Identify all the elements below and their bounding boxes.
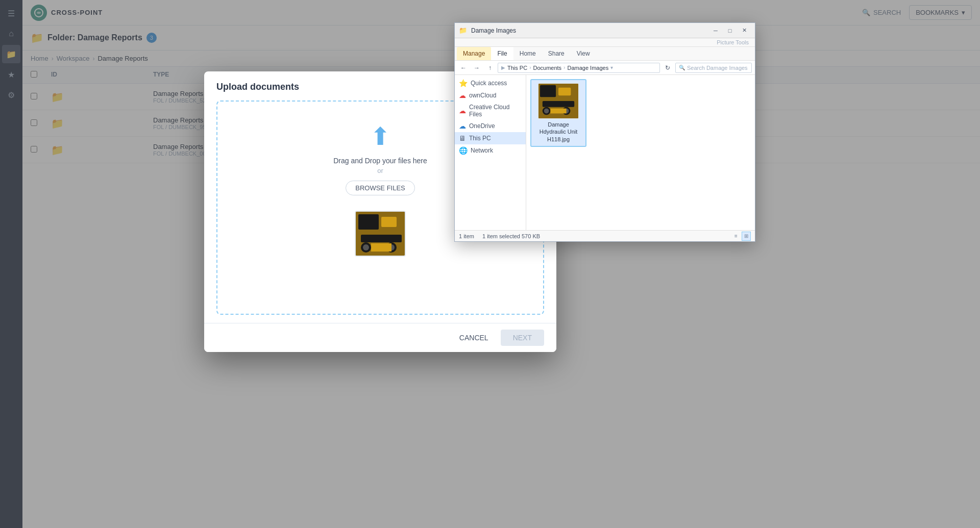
explorer-dialog: 📁 Damage Images ─ □ ✕ Picture Tools Mana… [454,22,755,242]
tab-manage[interactable]: Manage [457,47,491,60]
sidebar-item-label: OneDrive [469,122,495,130]
svg-rect-9 [371,243,391,252]
tab-file[interactable]: File [491,47,513,60]
explorer-titlebar: 📁 Damage Images ─ □ ✕ [455,23,755,38]
svg-rect-18 [550,109,566,114]
onedrive-icon: ☁ [459,122,466,130]
search-input[interactable]: 🔍 Search Damage Images [675,63,752,73]
tab-home[interactable]: Home [513,47,542,60]
upload-icon-container: ⬆ [370,122,390,150]
sidebar-item-creative-cloud[interactable]: ☁ Creative Cloud Files [455,102,526,120]
sidebar-item-label: Quick access [471,80,507,87]
refresh-button[interactable]: ↻ [662,62,673,73]
close-button[interactable]: ✕ [738,26,751,35]
sidebar-item-label: This PC [469,135,491,142]
tab-share[interactable]: Share [542,47,571,60]
svg-rect-12 [558,88,571,96]
sidebar-item-owncloud[interactable]: ☁ ownCloud [455,89,526,102]
item-count: 1 item [459,233,474,239]
tab-view[interactable]: View [571,47,596,60]
picture-tools-label: Picture Tools [717,39,753,45]
file-thumbnail[interactable] [355,211,406,257]
modal-footer: CANCEL NEXT [204,323,556,352]
explorer-file-item[interactable]: Damage Hdydraulic Unit H118.jpg [530,79,586,147]
network-icon: 🌐 [459,146,468,155]
up-button[interactable]: ↑ [484,62,496,73]
file-icon-container [538,83,579,119]
svg-rect-13 [543,101,574,107]
sidebar-item-quick-access[interactable]: ⭐ Quick access [455,77,526,89]
explorer-statusbar: 1 item 1 item selected 570 KB ≡ ⊞ [455,230,755,241]
folder-icon-title: 📁 [459,27,467,34]
drag-drop-text: Drag and Drop your files here [333,157,427,165]
ribbon-tabs: Manage File Home Share View [455,47,755,60]
svg-rect-4 [361,235,402,242]
this-pc-icon: 🖥 [459,134,466,142]
search-icon: 🔍 [679,65,685,70]
sidebar-item-label: Network [471,147,493,154]
path-sep2: › [564,65,565,70]
explorer-title: Damage Images [471,27,709,34]
selected-info: 1 item selected 570 KB [482,233,540,239]
owncloud-icon: ☁ [459,91,466,99]
creative-cloud-icon: ☁ [459,107,466,115]
forward-button[interactable]: → [471,62,482,73]
path-sep1: › [529,65,531,70]
minimize-button[interactable]: ─ [709,26,722,35]
list-view-button[interactable]: ≡ [731,232,741,241]
explorer-body: ⭐ Quick access ☁ ownCloud ☁ Creative Clo… [455,75,755,230]
sidebar-item-label: Creative Cloud Files [469,104,522,118]
browse-files-button[interactable]: BROWSE FILES [346,181,415,195]
explorer-files: Damage Hdydraulic Unit H118.jpg [526,75,755,230]
grid-view-button[interactable]: ⊞ [742,232,751,241]
path-dropdown-arrow: ▾ [610,65,613,70]
back-button[interactable]: ← [458,62,469,73]
maximize-button[interactable]: □ [723,26,737,35]
svg-point-6 [363,244,369,250]
next-button[interactable]: NEXT [501,330,544,346]
svg-point-15 [544,109,549,114]
address-bar[interactable]: ▶ This PC › Documents › Damage Images ▾ [498,63,660,73]
path-this-pc: This PC [507,65,527,71]
explorer-addressbar: ← → ↑ ▶ This PC › Documents › Damage Ima… [455,61,755,75]
view-buttons: ≡ ⊞ [731,232,751,241]
file-thumbnail-image [356,212,405,256]
explorer-ribbon: Picture Tools Manage File Home Share Vie… [455,38,755,61]
svg-rect-11 [540,85,556,97]
quick-access-icon: ⭐ [459,79,468,87]
svg-rect-2 [358,214,379,230]
search-placeholder: Search Damage Images [687,65,748,71]
sidebar-item-label: ownCloud [469,92,496,99]
upload-icon: ⬆ [370,123,390,150]
path-documents: Documents [533,65,561,71]
sidebar-item-onedrive[interactable]: ☁ OneDrive [455,120,526,132]
path-arrow: ▶ [501,65,505,70]
sidebar-item-this-pc[interactable]: 🖥 This PC [455,132,526,144]
file-name: Damage Hdydraulic Unit H118.jpg [534,121,582,143]
modal-title: Upload documents [216,82,299,92]
sidebar-item-network[interactable]: 🌐 Network [455,144,526,157]
svg-rect-3 [381,217,397,227]
cancel-button[interactable]: CANCEL [453,330,495,346]
titlebar-controls: ─ □ ✕ [709,26,751,35]
path-damage-images: Damage Images [567,65,608,71]
explorer-sidebar: ⭐ Quick access ☁ ownCloud ☁ Creative Clo… [455,75,526,230]
or-label: or [377,167,383,174]
